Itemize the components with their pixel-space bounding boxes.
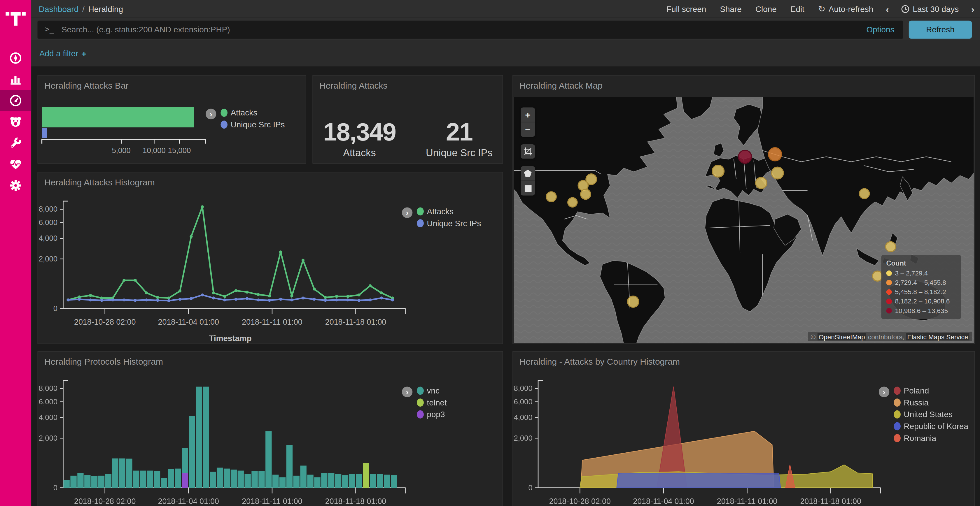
panel-title: Heralding Protocols Histogram xyxy=(38,352,503,366)
dashboard-grid: Heralding Attacks Bar 5,00010,00015,000 … xyxy=(31,67,980,506)
sidebar-item-visualize[interactable] xyxy=(0,69,31,90)
crop-icon xyxy=(524,148,532,155)
sidebar-item-dashboard[interactable] xyxy=(0,90,31,111)
map-legend-range: 3 – 2,729.4 xyxy=(895,269,928,277)
svg-text:0: 0 xyxy=(53,484,57,492)
metric: 21Unique Src IPs xyxy=(426,118,493,159)
country-area-chart: 02,0004,0006,0008,0002018-10-28 02:00201… xyxy=(513,369,913,506)
legend-label: vnc xyxy=(427,386,439,395)
clock-icon xyxy=(902,5,910,13)
legend-color-dot xyxy=(894,411,900,419)
map-draw-rect-button[interactable] xyxy=(520,181,535,195)
protocols-legend-item[interactable]: telnet xyxy=(417,398,447,407)
protocols-legend-item[interactable]: vnc xyxy=(417,386,447,395)
sidebar-item-discover[interactable] xyxy=(0,48,31,69)
attacks-legend-item[interactable]: Unique Src IPs xyxy=(417,219,481,228)
refresh-button[interactable]: Refresh xyxy=(909,21,972,38)
polygon-icon xyxy=(524,169,532,178)
t-mobile-logo[interactable] xyxy=(0,0,31,35)
attacks-legend-item[interactable]: Attacks xyxy=(417,207,481,216)
metric-value: 21 xyxy=(426,118,493,146)
protocols-legend-item[interactable]: pop3 xyxy=(417,410,447,419)
auto-refresh-button[interactable]: ↻ Auto-refresh xyxy=(811,4,880,13)
breadcrumb-separator: / xyxy=(82,4,84,13)
elastic-maps-service-link[interactable]: Elastic Maps Service xyxy=(906,333,969,341)
breadcrumb-dashboard-link[interactable]: Dashboard xyxy=(39,4,78,13)
svg-text:2018-11-11 01:00: 2018-11-11 01:00 xyxy=(717,497,777,506)
panel-protocols-histogram: Heralding Protocols Histogram 02,0004,00… xyxy=(38,351,503,506)
svg-text:4,000: 4,000 xyxy=(39,413,57,422)
map-draw-polygon-button[interactable] xyxy=(520,166,535,181)
time-prev-button[interactable]: ‹ xyxy=(880,3,894,14)
panel-title: Heralding Attack Map xyxy=(513,76,974,90)
metric-label: Attacks xyxy=(323,148,396,159)
legend-label: Romania xyxy=(904,433,936,443)
country-legend-item[interactable]: Poland xyxy=(894,386,968,395)
sidebar-item-honeypot[interactable] xyxy=(0,111,31,132)
map-legend-item: 8,182.2 – 10,908.6 xyxy=(886,297,956,305)
add-filter-button[interactable]: Add a filter + xyxy=(40,48,86,58)
attacks-bar-legend-item[interactable]: Attacks xyxy=(221,108,285,117)
legend-color-dot xyxy=(221,109,228,117)
country-legend-item[interactable]: Romania xyxy=(894,433,968,443)
share-button[interactable]: Share xyxy=(713,4,749,13)
country-legend-item[interactable]: Russia xyxy=(894,398,968,407)
panel-attacks-bar: Heralding Attacks Bar 5,00010,00015,000 … xyxy=(38,75,306,163)
panel-title: Heralding Attacks xyxy=(313,76,503,90)
time-next-button[interactable]: › xyxy=(966,3,980,14)
sidebar-item-dev-tools[interactable] xyxy=(0,132,31,154)
map-zoom-in-button[interactable]: + xyxy=(520,108,535,122)
attacks-bar-legend-toggle-button[interactable]: › xyxy=(205,109,216,119)
protocols-bar-chart: 02,0004,0006,0008,0002018-10-28 02:00201… xyxy=(38,369,438,506)
svg-text:4,000: 4,000 xyxy=(39,234,57,242)
sidebar-item-monitoring[interactable] xyxy=(0,154,31,175)
wrench-icon xyxy=(8,136,23,151)
country-legend-item[interactable]: United States xyxy=(894,410,968,419)
edit-button[interactable]: Edit xyxy=(783,4,811,13)
legend-color-dot xyxy=(894,398,900,407)
country-legend: ›PolandRussiaUnited StatesRepublic of Ko… xyxy=(879,386,968,443)
map-controls: +− xyxy=(520,108,535,195)
map-zoom-out-button[interactable]: − xyxy=(520,122,535,137)
attacks-bar-legend-item[interactable]: Unique Src IPs xyxy=(221,120,285,129)
gear-icon xyxy=(8,178,23,193)
search-input[interactable] xyxy=(60,24,867,35)
legend-color-dot xyxy=(417,207,424,216)
metric-label: Unique Src IPs xyxy=(426,148,493,159)
panel-title: Heralding Attacks Bar xyxy=(38,76,305,90)
map-legend-dot xyxy=(886,289,892,294)
map-legend-dot xyxy=(886,270,892,276)
svg-text:2018-10-28 02:00: 2018-10-28 02:00 xyxy=(74,318,135,327)
svg-text:2018-11-18 01:00: 2018-11-18 01:00 xyxy=(325,497,386,506)
svg-text:6,000: 6,000 xyxy=(514,398,532,406)
search-box: >_ Options xyxy=(38,21,903,38)
protocols-legend: ›vnctelnetpop3 xyxy=(402,386,447,419)
svg-text:2018-11-04 01:00: 2018-11-04 01:00 xyxy=(158,318,219,327)
map-fit-data-button[interactable] xyxy=(520,144,535,159)
sidebar-item-management[interactable] xyxy=(0,175,31,196)
protocols-legend-toggle-button[interactable]: › xyxy=(402,387,412,397)
gauge-icon xyxy=(8,93,23,108)
country-legend-item[interactable]: Republic of Korea xyxy=(894,422,968,431)
legend-label: Russia xyxy=(904,398,929,407)
svg-text:8,000: 8,000 xyxy=(39,205,57,213)
svg-text:2018-10-28 02:00: 2018-10-28 02:00 xyxy=(74,497,135,506)
svg-text:2,000: 2,000 xyxy=(39,255,57,263)
breadcrumb: Dashboard / Heralding xyxy=(39,4,123,13)
svg-text:0: 0 xyxy=(528,484,532,492)
panel-attacks-histogram: Heralding Attacks Histogram 02,0004,0006… xyxy=(38,172,503,344)
legend-label: telnet xyxy=(427,398,447,407)
svg-text:2018-11-18 01:00: 2018-11-18 01:00 xyxy=(800,497,861,506)
attacks-legend-toggle-button[interactable]: › xyxy=(402,207,412,218)
country-legend-toggle-button[interactable]: › xyxy=(879,387,889,397)
time-range-button[interactable]: Last 30 days xyxy=(894,4,966,13)
svg-text:6,000: 6,000 xyxy=(39,398,57,406)
options-link[interactable]: Options xyxy=(866,25,894,34)
legend-label: United States xyxy=(904,410,953,419)
map-legend-dot xyxy=(886,279,892,285)
openstreetmap-link[interactable]: OpenStreetMap xyxy=(817,333,866,341)
metric: 18,349Attacks xyxy=(323,118,396,159)
clone-button[interactable]: Clone xyxy=(748,4,783,13)
world-map[interactable]: +− Count 3 – 2,729.42,729.4 – 5,455.85,4… xyxy=(514,97,974,343)
full-screen-button[interactable]: Full screen xyxy=(659,4,713,13)
